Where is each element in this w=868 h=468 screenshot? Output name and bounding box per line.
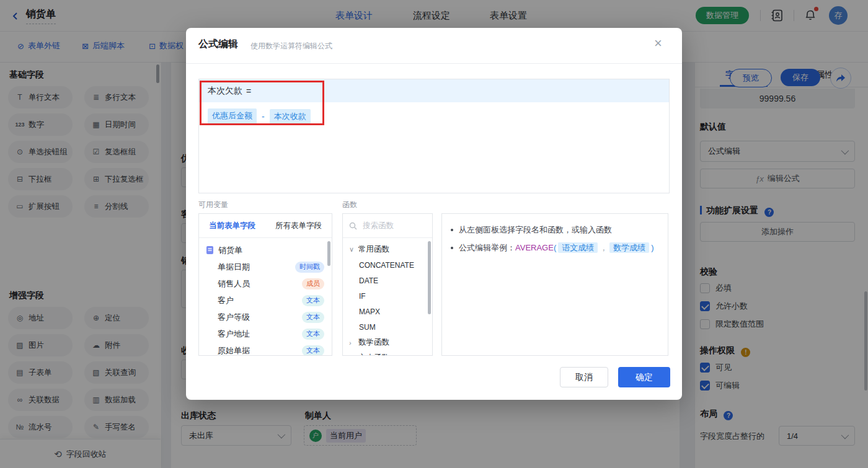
cancel-button[interactable]: 取消 <box>560 367 608 387</box>
modal-subtitle: 使用数学运算符编辑公式 <box>250 41 332 51</box>
confirm-button[interactable]: 确定 <box>618 367 670 387</box>
variable-item[interactable]: 客户 文本 <box>199 292 332 309</box>
equals-sign: = <box>246 86 251 96</box>
type-badge: 文本 <box>302 329 324 340</box>
variable-item[interactable]: 销售人员 成员 <box>199 275 332 292</box>
formula-expression[interactable]: 优惠后金额 - 本次收款 <box>199 102 669 131</box>
function-item[interactable]: IF <box>343 288 432 304</box>
caret-open-icon: ∨ <box>349 245 355 254</box>
function-group-common[interactable]: ∨ 常用函数 <box>343 242 432 257</box>
modal-title: 公式编辑 <box>198 38 238 51</box>
type-badge: 文本 <box>302 312 324 323</box>
app-root: 销货单 表单设计 流程设定 表单设置 数据管理 存 ⊘ 表单外链 <box>0 0 868 468</box>
variables-tabs: 当前表单字段 所有表单字段 <box>199 214 332 238</box>
formula-editor[interactable]: 本次欠款 = 优惠后金额 - 本次收款 <box>198 79 670 193</box>
formula-target-row: 本次欠款 = <box>199 79 669 102</box>
close-icon[interactable]: × <box>654 35 662 51</box>
type-badge: 时间戳 <box>295 262 324 273</box>
functions-scrollbar[interactable] <box>428 241 431 314</box>
function-item[interactable]: CONCATENATE <box>343 257 432 273</box>
variable-item[interactable]: 原始单据 文本 <box>199 342 332 356</box>
formula-field-chip[interactable]: 本次收款 <box>270 109 311 124</box>
example-field-chip: 数学成绩 <box>609 242 649 253</box>
variable-item[interactable]: 单据日期 时间戳 <box>199 258 332 275</box>
variables-heading: 可用变量 <box>198 200 228 210</box>
function-search-input[interactable] <box>361 221 423 231</box>
functions-heading: 函数 <box>342 200 357 210</box>
functions-panel: ∨ 常用函数 CONCATENATE DATE IF MAPX SUM › 数学… <box>342 213 433 356</box>
variables-scrollbar[interactable] <box>327 241 330 266</box>
bullet-icon <box>451 247 453 249</box>
function-name-example: AVERAGE <box>515 243 554 252</box>
variable-item[interactable]: 客户地址 文本 <box>199 325 332 342</box>
variables-panel: 当前表单字段 所有表单字段 销货单 单据日期 时间戳 销售人员 成员 客户 <box>198 213 332 356</box>
formula-edit-modal: 公式编辑 使用数学运算符编辑公式 × 本次欠款 = 优惠后金额 - 本次收款 可… <box>186 28 682 400</box>
function-item[interactable]: DATE <box>343 273 432 288</box>
minus-operator: - <box>262 112 265 121</box>
caret-closed-icon: › <box>349 355 355 356</box>
type-badge: 成员 <box>302 278 324 289</box>
divider <box>186 63 682 64</box>
formula-field-chip[interactable]: 优惠后金额 <box>208 108 257 125</box>
tip-line-1: 从左侧面板选择字段名和函数，或输入函数 <box>451 224 659 236</box>
tips-panel: 从左侧面板选择字段名和函数，或输入函数 公式编辑举例：AVERAGE(语文成绩，… <box>441 213 668 356</box>
type-badge: 文本 <box>302 295 324 306</box>
variable-root-form[interactable]: 销货单 <box>199 242 332 258</box>
document-icon <box>206 246 214 254</box>
function-item[interactable]: SUM <box>343 319 432 335</box>
tab-all-form-fields[interactable]: 所有表单字段 <box>265 221 332 231</box>
function-group-math[interactable]: › 数学函数 <box>343 335 432 350</box>
search-icon <box>349 222 357 230</box>
function-item[interactable]: MAPX <box>343 304 432 319</box>
formula-target: 本次欠款 <box>208 86 242 97</box>
function-search[interactable] <box>343 214 432 238</box>
type-badge: 文本 <box>302 345 324 356</box>
function-group-text[interactable]: › 文本函数 <box>343 350 432 356</box>
tab-current-form-fields[interactable]: 当前表单字段 <box>199 221 265 231</box>
bullet-icon <box>451 229 453 231</box>
tip-line-2: 公式编辑举例：AVERAGE(语文成绩，数学成绩) <box>451 242 659 254</box>
variable-item[interactable]: 客户等级 文本 <box>199 309 332 325</box>
caret-closed-icon: › <box>349 339 355 347</box>
example-field-chip: 语文成绩 <box>558 242 598 253</box>
